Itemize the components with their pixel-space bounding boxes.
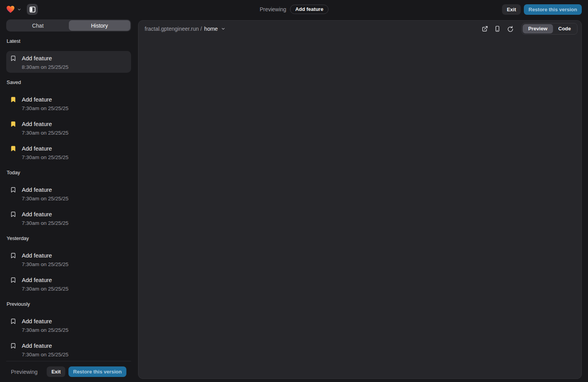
mode-code[interactable]: Code — [553, 24, 577, 33]
logo-chevron-down-icon[interactable] — [17, 7, 21, 12]
url-chevron-down-icon — [221, 26, 226, 31]
bookmark-icon — [10, 187, 16, 193]
version-timestamp: 7:30am on 25/25/25 — [22, 220, 126, 226]
bookmark-icon — [10, 55, 16, 61]
open-in-new-tab-button[interactable] — [480, 23, 490, 34]
history-item[interactable]: Add feature7:30am on 25/25/25 — [6, 338, 131, 360]
bookmark-icon — [10, 318, 16, 324]
section-label-latest: Latest — [6, 39, 131, 44]
version-title: Add feature — [22, 120, 52, 128]
version-timestamp: 7:30am on 25/25/25 — [22, 327, 126, 333]
external-link-icon — [482, 26, 488, 32]
preview-code-toggle: PreviewCode — [522, 23, 578, 35]
bookmark-icon — [10, 343, 16, 349]
version-timestamp: 7:30am on 25/25/25 — [22, 105, 126, 112]
version-timestamp: 7:30am on 25/25/25 — [22, 261, 126, 268]
section-label-previously: Previously — [6, 301, 131, 307]
history-item[interactable]: Add feature8:30am on 25/25/25 — [6, 51, 131, 73]
section-label-saved: Saved — [6, 80, 131, 85]
version-title: Add feature — [22, 276, 52, 284]
bookmark-icon — [10, 211, 16, 217]
history-item[interactable]: Add feature7:30am on 25/25/25 — [6, 314, 131, 336]
section-label-today: Today — [6, 170, 131, 175]
restore-version-button[interactable]: Restore this version — [524, 4, 582, 15]
footer-previewing-label: Previewing — [11, 369, 37, 375]
version-history-list: LatestAdd feature8:30am on 25/25/25Saved… — [6, 32, 131, 382]
bookmark-icon — [10, 277, 16, 283]
topbar-version-info: Previewing Add feature — [260, 0, 329, 19]
url-breadcrumb[interactable]: fractal.gptengineer.run / home — [145, 26, 226, 32]
bookmark-icon — [10, 96, 16, 103]
version-title: Add feature — [22, 210, 52, 219]
history-item[interactable]: Add feature7:30am on 25/25/25 — [6, 92, 131, 114]
sidebar-tabs: ChatHistory — [6, 19, 131, 32]
bookmark-icon — [10, 145, 16, 152]
version-title: Add feature — [22, 186, 52, 194]
version-timestamp: 7:30am on 25/25/25 — [22, 195, 126, 202]
version-title: Add feature — [22, 342, 52, 350]
previewing-label: Previewing — [260, 6, 286, 12]
history-sidebar: ChatHistory LatestAdd feature8:30am on 2… — [6, 19, 131, 382]
preview-viewport[interactable] — [138, 37, 581, 378]
sidebar-toggle-button[interactable] — [27, 4, 38, 15]
preview-actions: PreviewCode — [480, 23, 578, 35]
footer-restore-version-button[interactable]: Restore this version — [68, 366, 126, 377]
version-title: Add feature — [22, 317, 52, 326]
smartphone-icon — [494, 26, 500, 32]
version-timestamp: 7:30am on 25/25/25 — [22, 130, 126, 136]
sidebar-footer: Previewing Exit Restore this version — [6, 361, 131, 382]
footer-exit-button[interactable]: Exit — [47, 366, 65, 377]
refresh-button[interactable] — [504, 23, 515, 34]
history-item[interactable]: Add feature7:30am on 25/25/25 — [6, 248, 131, 270]
logo-cluster — [6, 5, 21, 13]
version-timestamp: 7:30am on 25/25/25 — [22, 286, 126, 292]
section-label-yesterday: Yesterday — [6, 236, 131, 241]
bookmark-icon — [10, 121, 16, 127]
history-item[interactable]: Add feature7:30am on 25/25/25 — [6, 117, 131, 138]
lovable-heart-logo-icon[interactable] — [6, 5, 15, 13]
mode-preview[interactable]: Preview — [523, 24, 553, 33]
exit-button[interactable]: Exit — [502, 4, 521, 15]
panel-left-icon — [29, 6, 36, 13]
history-item[interactable]: Add feature7:30am on 25/25/25 — [6, 273, 131, 294]
tab-chat[interactable]: Chat — [7, 20, 69, 31]
version-title: Add feature — [22, 144, 52, 153]
refresh-icon — [507, 26, 513, 32]
version-title: Add feature — [22, 251, 52, 260]
version-badge[interactable]: Add feature — [290, 5, 328, 14]
topbar-actions: Exit Restore this version — [502, 4, 582, 15]
bookmark-icon — [10, 252, 16, 259]
version-timestamp: 7:30am on 25/25/25 — [22, 351, 126, 358]
history-item[interactable]: Add feature7:30am on 25/25/25 — [6, 182, 131, 204]
preview-header: fractal.gptengineer.run / home — [138, 21, 581, 37]
tab-history[interactable]: History — [69, 20, 131, 31]
version-title: Add feature — [22, 54, 52, 63]
preview-panel: fractal.gptengineer.run / home — [138, 20, 582, 379]
url-page: home — [204, 26, 218, 32]
mobile-view-button[interactable] — [492, 23, 503, 34]
history-item[interactable]: Add feature7:30am on 25/25/25 — [6, 207, 131, 229]
version-timestamp: 7:30am on 25/25/25 — [22, 154, 126, 161]
history-item[interactable]: Add feature7:30am on 25/25/25 — [6, 141, 131, 163]
version-timestamp: 8:30am on 25/25/25 — [22, 64, 126, 70]
url-domain: fractal.gptengineer.run / — [145, 26, 202, 32]
topbar: Previewing Add feature Exit Restore this… — [0, 0, 588, 19]
version-title: Add feature — [22, 95, 52, 104]
